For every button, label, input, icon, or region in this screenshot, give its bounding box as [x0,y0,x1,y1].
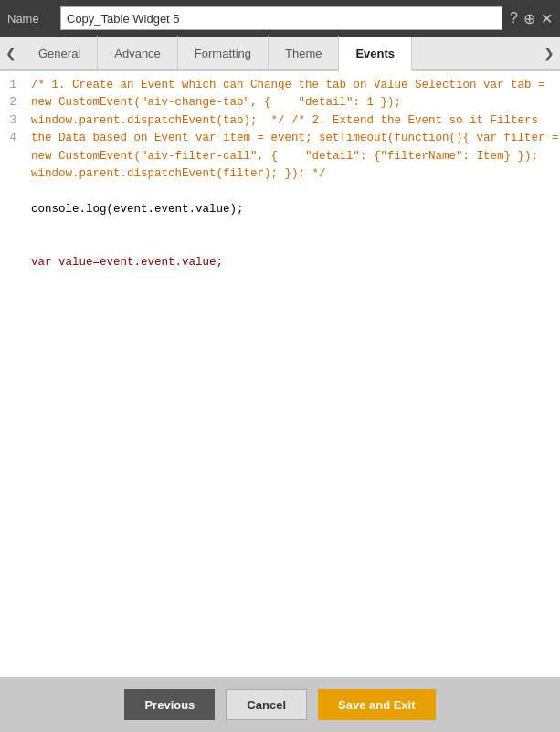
save-exit-button[interactable]: Save and Exit [318,689,436,720]
header: Name ? ⊕ ✕ [0,0,560,37]
cancel-button[interactable]: Cancel [226,689,307,720]
move-icon[interactable]: ⊕ [523,10,535,27]
tab-events[interactable]: Events [339,37,412,71]
previous-button[interactable]: Previous [124,689,215,720]
help-icon[interactable]: ? [510,10,518,27]
editor-area[interactable]: 1 2 3 4 /* 1. Create an Event which can … [0,71,560,677]
name-label: Name [7,12,53,26]
tab-arrow-right[interactable]: ❯ [538,36,560,70]
widget-name-input[interactable] [60,6,502,30]
code-editor[interactable]: 1 2 3 4 /* 1. Create an Event which can … [0,71,560,677]
tab-arrow-left[interactable]: ❮ [0,36,22,70]
line-numbers: 1 2 3 4 [0,77,26,672]
code-content[interactable]: /* 1. Create an Event which can Change t… [26,77,560,672]
tab-general[interactable]: General [22,36,98,70]
footer: Previous Cancel Save and Exit [0,677,560,732]
tab-theme[interactable]: Theme [269,36,339,70]
header-icons: ? ⊕ ✕ [510,10,553,27]
tab-advance[interactable]: Advance [98,36,178,70]
tab-formatting[interactable]: Formatting [178,36,269,70]
tab-bar: ❮ General Advance Formatting Theme Event… [0,37,560,71]
close-icon[interactable]: ✕ [541,10,553,27]
